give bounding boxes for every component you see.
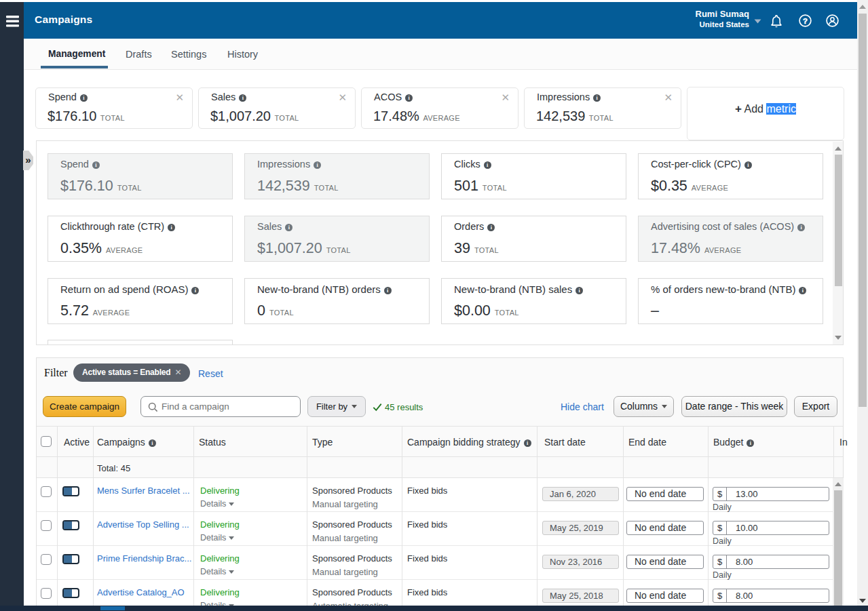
svg-text:?: ?: [803, 17, 808, 25]
